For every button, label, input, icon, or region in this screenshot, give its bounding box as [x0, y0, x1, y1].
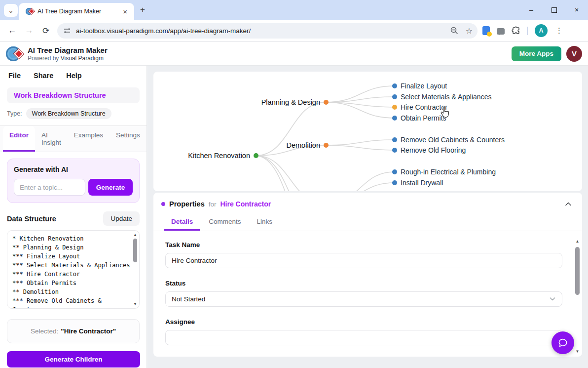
tab-links[interactable]: Links: [250, 213, 280, 231]
browser-profile-avatar[interactable]: A: [535, 24, 548, 37]
tree-node-leaf[interactable]: Obtain Permits: [392, 113, 446, 123]
assignee-label: Assignee: [165, 318, 562, 326]
node-dot-icon[interactable]: [392, 137, 397, 142]
task-name-label: Task Name: [165, 241, 562, 248]
scroll-up-icon[interactable]: ▲: [132, 233, 138, 237]
node-dot-icon[interactable]: [324, 143, 329, 148]
browser-tab[interactable]: AI Tree Diagram Maker ×: [19, 3, 134, 20]
scroll-up-icon[interactable]: ▲: [574, 239, 581, 244]
visual-paradigm-logo: [6, 45, 23, 62]
main-area: Kitchen Renovation Planning & Design Dem…: [147, 66, 588, 368]
properties-for-label: for: [209, 201, 217, 208]
tab-title: AI Tree Diagram Maker: [37, 8, 121, 15]
forward-button[interactable]: →: [21, 26, 37, 36]
node-dot-icon[interactable]: [392, 169, 397, 174]
site-info-icon[interactable]: [63, 27, 71, 35]
new-tab-button[interactable]: +: [140, 5, 145, 15]
browser-toolbar: ← → ⟳ ai-toolbox.visual-paradigm.com/app…: [0, 20, 588, 42]
menu-share[interactable]: Share: [34, 72, 53, 82]
tree-node-leaf[interactable]: Rough-in Electrical & Plumbing: [392, 167, 496, 177]
reload-button[interactable]: ⟳: [37, 26, 54, 36]
type-value-pill: Work Breakdown Structure: [26, 108, 111, 119]
visual-paradigm-link[interactable]: Visual Paradigm: [61, 55, 104, 62]
generate-button[interactable]: Generate: [88, 179, 133, 196]
tree-node-branch[interactable]: Planning & Design: [261, 97, 329, 107]
node-dot-icon[interactable]: [392, 180, 397, 185]
generate-with-ai-panel: Generate with AI Generate: [7, 159, 140, 203]
document-title[interactable]: Work Breakdown Structure: [7, 87, 140, 103]
address-bar[interactable]: ai-toolbox.visual-paradigm.com/app/ai-tr…: [57, 23, 478, 39]
tab-editor[interactable]: Editor: [3, 126, 35, 152]
scroll-down-icon[interactable]: ▼: [574, 349, 581, 354]
node-dot-icon[interactable]: [392, 94, 397, 99]
collapse-panel-icon[interactable]: [564, 201, 572, 207]
node-dot-icon[interactable]: [392, 116, 397, 121]
comment-extension-icon[interactable]: [497, 28, 505, 35]
node-dot-icon[interactable]: [324, 100, 329, 105]
task-name-field[interactable]: [165, 253, 562, 268]
tab-details[interactable]: Details: [164, 213, 200, 231]
node-dot-icon[interactable]: [392, 148, 397, 153]
node-label: Kitchen Renovation: [188, 151, 250, 161]
tree-node-leaf[interactable]: Select Materials & Appliances: [392, 92, 491, 102]
maximize-button[interactable]: [543, 0, 565, 20]
tab-ai-insight[interactable]: AI Insight: [35, 126, 68, 152]
data-structure-editor[interactable]: * Kitchen Renovation ** Planning & Desig…: [7, 230, 140, 309]
browser-menu-icon[interactable]: ⋮: [554, 26, 569, 35]
assignee-field[interactable]: [165, 330, 562, 345]
extensions-area: A ⋮: [482, 24, 569, 37]
extensions-puzzle-icon[interactable]: [512, 26, 520, 35]
user-avatar[interactable]: V: [566, 46, 582, 62]
generate-panel-title: Generate with AI: [14, 165, 133, 173]
tab-comments[interactable]: Comments: [202, 213, 248, 231]
scrollbar-thumb[interactable]: [575, 247, 580, 295]
tree-node-leaf[interactable]: Remove Old Cabinets & Counters: [392, 135, 505, 145]
selected-label: Selected:: [31, 327, 58, 335]
tree-node-leaf[interactable]: Finalize Layout: [392, 81, 447, 91]
tree-node-root[interactable]: Kitchen Renovation: [188, 151, 258, 161]
tab-examples[interactable]: Examples: [68, 126, 110, 152]
node-dot-icon[interactable]: [254, 153, 258, 158]
minimize-button[interactable]: –: [520, 0, 543, 20]
menu-help[interactable]: Help: [66, 72, 81, 82]
back-button[interactable]: ←: [4, 26, 21, 36]
reading-list-icon[interactable]: [482, 26, 490, 35]
selected-node-box: Selected: "Hire Contractor": [7, 319, 140, 343]
chat-bubble-icon: [557, 337, 568, 348]
more-apps-button[interactable]: More Apps: [512, 46, 561, 61]
tree-node-leaf-selected[interactable]: Hire Contractor: [392, 102, 447, 112]
update-button[interactable]: Update: [103, 211, 140, 226]
tab-search-button[interactable]: ⌄: [4, 4, 18, 17]
node-label: Remove Old Flooring: [401, 145, 466, 155]
node-label: Finalize Layout: [401, 81, 447, 91]
generate-children-button[interactable]: Generate Children: [7, 351, 140, 368]
node-dot-icon[interactable]: [392, 83, 397, 88]
browser-titlebar: ⌄ AI Tree Diagram Maker × + – ×: [0, 0, 588, 20]
tab-settings[interactable]: Settings: [110, 126, 147, 152]
scroll-down-icon[interactable]: ▼: [132, 302, 138, 306]
node-label: Remove Old Cabinets & Counters: [401, 135, 505, 145]
bookmark-star-icon[interactable]: ☆: [466, 26, 473, 36]
data-structure-title: Data Structure: [7, 215, 56, 223]
chat-fab-button[interactable]: [551, 331, 574, 354]
data-structure-text[interactable]: * Kitchen Renovation ** Planning & Desig…: [7, 231, 139, 309]
sidebar-tabs: Editor AI Insight Examples Settings: [0, 126, 147, 152]
url-text[interactable]: ai-toolbox.visual-paradigm.com/app/ai-tr…: [76, 27, 450, 35]
tree-node-leaf[interactable]: Remove Old Flooring: [392, 145, 466, 155]
menu-file[interactable]: File: [8, 72, 21, 82]
properties-scrollbar[interactable]: ▲ ▼: [574, 238, 581, 355]
close-window-button[interactable]: ×: [565, 0, 588, 20]
status-dropdown[interactable]: [165, 291, 562, 307]
tree-node-leaf[interactable]: Install Drywall: [392, 178, 443, 188]
tree-node-branch[interactable]: Demolition: [287, 140, 329, 150]
zoom-out-icon[interactable]: [450, 26, 459, 35]
scrollbar-thumb[interactable]: [133, 239, 137, 262]
tab-close-icon[interactable]: ×: [121, 7, 129, 16]
maximize-icon: [551, 7, 557, 13]
topic-input[interactable]: [14, 179, 85, 196]
data-structure-scrollbar[interactable]: ▲ ▼: [132, 232, 138, 307]
status-label: Status: [165, 280, 562, 287]
app-header: AI Tree Diagram Maker Powered by Visual …: [0, 42, 588, 66]
node-dot-icon[interactable]: [392, 105, 397, 110]
tree-diagram-canvas[interactable]: Kitchen Renovation Planning & Design Dem…: [153, 72, 582, 191]
